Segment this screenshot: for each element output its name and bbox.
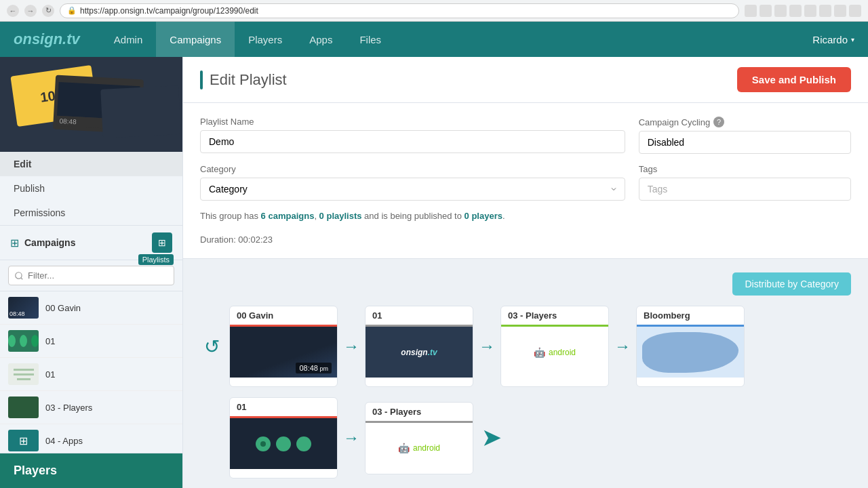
list-item[interactable]: 01 [0, 358, 182, 391]
list-item-name: 04 - Apps [45, 436, 83, 446]
browser-extensions [745, 5, 861, 17]
list-item-thumb [8, 396, 39, 418]
forward-button[interactable]: → [24, 5, 37, 17]
campaigns-grid-icon: ⊞ [10, 237, 19, 249]
campaign-card-01a[interactable]: 01 onsign.tv [365, 306, 473, 387]
playlists-icon-button[interactable]: ⊞ [152, 232, 172, 253]
flow-row-1: ↺ 00 Gavin 08:48 pm → 01 onsign.tv [200, 306, 851, 387]
sidebar-menu: Edit Publish Permissions [0, 152, 182, 226]
sidebar-menu-edit[interactable]: Edit [0, 152, 182, 176]
flow-arrow: → [343, 337, 359, 356]
campaign-cycling-group: Campaign Cycling ? [639, 117, 851, 154]
campaign-cycling-info-icon[interactable]: ? [713, 117, 724, 127]
sidebar-menu-publish[interactable]: Publish [0, 176, 182, 201]
save-publish-button[interactable]: Save and Publish [737, 67, 851, 92]
campaign-card-gavin[interactable]: 00 Gavin 08:48 pm [229, 306, 338, 387]
campaign-card-players-2[interactable]: 03 - Players 🤖 android [365, 402, 473, 474]
page-title-text: Edit Playlist [210, 71, 287, 89]
campaigns-header-label: Campaigns [24, 237, 75, 248]
campaign-cycling-label: Campaign Cycling ? [639, 117, 851, 127]
nav-item-files[interactable]: Files [346, 22, 395, 57]
main-header: Edit Playlist Save and Publish [183, 57, 868, 103]
preview-card-3 [100, 85, 181, 138]
list-item[interactable]: ⊞ 04 - Apps [0, 424, 182, 453]
page-title: Edit Playlist [200, 70, 287, 89]
page-title-bar [200, 70, 203, 89]
main-navigation: onsign.tv Admin Campaigns Players Apps F… [0, 22, 868, 57]
players-section-label: Players [14, 464, 57, 477]
url-text: https://app.onsign.tv/campaign/group/123… [80, 6, 258, 16]
info-text: This group has 6 campaigns, 0 playlists … [200, 211, 851, 221]
flow-section: Distribute by Category ↺ 00 Gavin 08:48 … [183, 259, 868, 488]
list-item[interactable]: 01 [0, 325, 182, 358]
playlists-label-tag[interactable]: Playlists [138, 254, 174, 265]
form-section: Playlist Name Campaign Cycling ? Categor… [183, 103, 868, 259]
list-item-thumb [8, 363, 39, 385]
tags-input[interactable]: Tags [639, 178, 851, 201]
card-header: 00 Gavin [230, 306, 337, 327]
left-sidebar: 100° 08:48 Edit Publish Permissions ⊞ [0, 57, 183, 488]
tags-group: Tags Tags [639, 164, 851, 201]
card-thumb: onsign.tv [366, 327, 473, 378]
card-thumb: 08:48 pm [230, 327, 337, 378]
campaign-card-01b[interactable]: 01 [229, 397, 338, 479]
list-item-name: 00 Gavin [45, 303, 81, 313]
flow-arrow: → [479, 337, 495, 356]
refresh-button[interactable]: ↻ [42, 5, 54, 17]
campaigns-header: ⊞ Campaigns Click here for viewing Playl… [0, 226, 182, 260]
card-thumb: 🤖 android [366, 423, 473, 474]
sidebar-list: 08:48 00 Gavin 01 [0, 291, 182, 453]
flow-connector: ↺ [200, 336, 224, 358]
playlists-button-container: Click here for viewing Playlists ⊞ Playl… [152, 232, 172, 253]
card-thumb [230, 418, 337, 469]
username: Ricardo [812, 34, 848, 45]
list-item[interactable]: 03 - Players [0, 391, 182, 424]
players-section: Players [0, 453, 182, 488]
duration-text: Duration: 00:02:23 [200, 235, 851, 245]
info-row: This group has 6 campaigns, 0 playlists … [200, 211, 851, 245]
user-chevron-icon: ▾ [851, 36, 854, 43]
list-item[interactable]: 08:48 00 Gavin [0, 291, 182, 325]
tags-label: Tags [639, 164, 851, 174]
sidebar-menu-permissions[interactable]: Permissions [0, 201, 182, 225]
list-item-name: 01 [45, 336, 55, 346]
card-thumb: 🤖 android [501, 327, 608, 378]
back-button[interactable]: ← [7, 5, 19, 17]
playlist-name-label: Playlist Name [200, 117, 625, 127]
nav-item-apps[interactable]: Apps [296, 22, 346, 57]
list-item-thumb: 08:48 [8, 297, 39, 319]
sidebar-preview: 100° 08:48 [0, 57, 182, 152]
card-header: 01 [230, 398, 337, 418]
distribute-button[interactable]: Distribute by Category [732, 272, 851, 296]
card-header: 03 - Players [501, 306, 608, 327]
logo[interactable]: onsign.tv [14, 30, 80, 48]
flow-arrow: → [343, 428, 359, 447]
card-header: 03 - Players [366, 403, 473, 423]
campaign-card-bloomberg[interactable]: Bloomberg [636, 306, 745, 387]
card-header: 01 [366, 306, 473, 327]
main-content: Edit Playlist Save and Publish Playlist … [183, 57, 868, 488]
card-header: Bloomberg [637, 306, 744, 327]
list-item-thumb [8, 330, 39, 352]
user-menu[interactable]: Ricardo ▾ [812, 34, 854, 45]
category-label: Category [200, 164, 625, 174]
nav-item-players[interactable]: Players [235, 22, 296, 57]
list-item-name: 01 [45, 369, 55, 380]
flow-arrow: → [614, 337, 631, 356]
form-row-1: Playlist Name Campaign Cycling ? [200, 117, 851, 154]
sidebar-campaigns: ⊞ Campaigns Click here for viewing Playl… [0, 226, 182, 488]
page-layout: 100° 08:48 Edit Publish Permissions ⊞ [0, 57, 868, 488]
lock-icon: 🔒 [67, 6, 77, 15]
campaign-cycling-input[interactable] [639, 131, 851, 154]
nav-item-campaigns[interactable]: Campaigns [156, 22, 235, 57]
list-item-thumb: ⊞ [8, 430, 39, 451]
filter-input[interactable] [8, 266, 174, 285]
card-thumb [637, 327, 744, 378]
nav-item-admin[interactable]: Admin [100, 22, 157, 57]
flow-header: Distribute by Category [200, 272, 851, 296]
campaign-card-players[interactable]: 03 - Players 🤖 android [500, 306, 609, 387]
url-bar[interactable]: 🔒 https://app.onsign.tv/campaign/group/1… [60, 3, 739, 18]
playlist-name-input[interactable] [200, 130, 625, 153]
flow-row-2: 01 → 03 - Players [229, 397, 851, 479]
category-select[interactable]: Category [200, 178, 625, 201]
